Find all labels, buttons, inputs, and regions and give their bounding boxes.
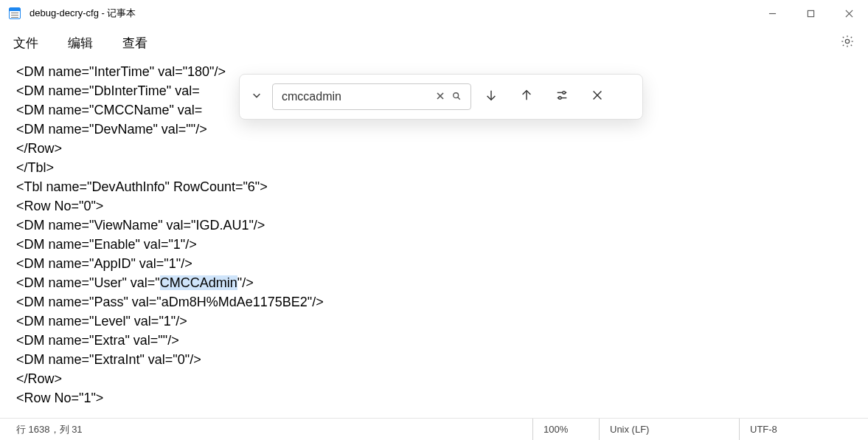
status-line-ending: Unix (LF) bbox=[599, 419, 739, 440]
menu-view[interactable]: 查看 bbox=[122, 35, 147, 52]
menu-edit[interactable]: 编辑 bbox=[68, 35, 93, 52]
find-clear-button[interactable] bbox=[432, 90, 448, 103]
status-zoom[interactable]: 100% bbox=[532, 419, 599, 440]
svg-line-8 bbox=[458, 97, 460, 100]
find-search-button[interactable] bbox=[448, 90, 465, 103]
text-line: <DM name="Enable" val="1"/> bbox=[16, 237, 197, 252]
svg-point-4 bbox=[845, 39, 849, 43]
find-bar: cmccadmin bbox=[239, 74, 643, 120]
find-input-value: cmccadmin bbox=[282, 90, 432, 103]
find-options-button[interactable] bbox=[546, 89, 577, 105]
window-controls bbox=[753, 0, 868, 27]
find-input[interactable]: cmccadmin bbox=[272, 83, 471, 110]
maximize-button[interactable] bbox=[791, 0, 830, 27]
text-line: <DM name="Level" val="1"/> bbox=[16, 314, 187, 329]
text-line: </Tbl> bbox=[16, 160, 54, 175]
find-previous-button[interactable] bbox=[511, 89, 542, 105]
text-line: <DM name="ExtraInt" val="0"/> bbox=[16, 352, 201, 367]
text-line: <DM name="User" val=" bbox=[16, 275, 160, 290]
text-line: </Row> bbox=[16, 371, 62, 386]
find-close-button[interactable] bbox=[582, 89, 613, 105]
text-line: <DM name="AppID" val="1"/> bbox=[16, 256, 192, 271]
svg-rect-1 bbox=[808, 10, 813, 16]
menu-bar: 文件 编辑 查看 bbox=[0, 27, 868, 59]
status-cursor-position: 行 1638，列 31 bbox=[16, 419, 532, 440]
search-match-highlight: CMCCAdmin bbox=[160, 275, 237, 290]
text-line: <DM name="DbInterTime" val= bbox=[16, 83, 200, 98]
close-button[interactable] bbox=[830, 0, 868, 27]
text-line: <DM name="DevName" val=""/> bbox=[16, 122, 207, 137]
text-line: <Row No="0"> bbox=[16, 199, 103, 213]
text-line: <DM name="Extra" val=""/> bbox=[16, 333, 179, 348]
status-bar: 行 1638，列 31 100% Unix (LF) UTF-8 bbox=[0, 418, 868, 440]
window-title: debug-decry-cfg - 记事本 bbox=[29, 7, 136, 20]
find-expand-toggle[interactable] bbox=[246, 90, 268, 103]
text-line: <Row No="1"> bbox=[16, 391, 103, 405]
minimize-button[interactable] bbox=[753, 0, 791, 27]
title-bar: debug-decry-cfg - 记事本 bbox=[0, 0, 868, 27]
text-line: <DM name="InterTime" val="180"/> bbox=[16, 64, 226, 79]
svg-point-7 bbox=[454, 93, 459, 98]
svg-point-12 bbox=[563, 92, 566, 94]
text-line: <DM name="CMCCName" val= bbox=[16, 103, 202, 117]
find-next-button[interactable] bbox=[476, 89, 507, 105]
text-line: <DM name="Pass" val="aDm8H%MdAe1175BE2"/… bbox=[16, 295, 324, 309]
menu-file[interactable]: 文件 bbox=[13, 35, 38, 52]
text-line: </Row> bbox=[16, 141, 62, 156]
text-line: <Tbl name="DevAuthInfo" RowCount="6"> bbox=[16, 179, 268, 194]
notepad-icon bbox=[9, 7, 21, 19]
svg-point-14 bbox=[559, 97, 562, 100]
text-line: <DM name="ViewName" val="IGD.AU1"/> bbox=[16, 218, 265, 233]
status-encoding: UTF-8 bbox=[739, 419, 852, 440]
text-line: "/> bbox=[237, 275, 254, 290]
settings-button[interactable] bbox=[840, 34, 855, 52]
